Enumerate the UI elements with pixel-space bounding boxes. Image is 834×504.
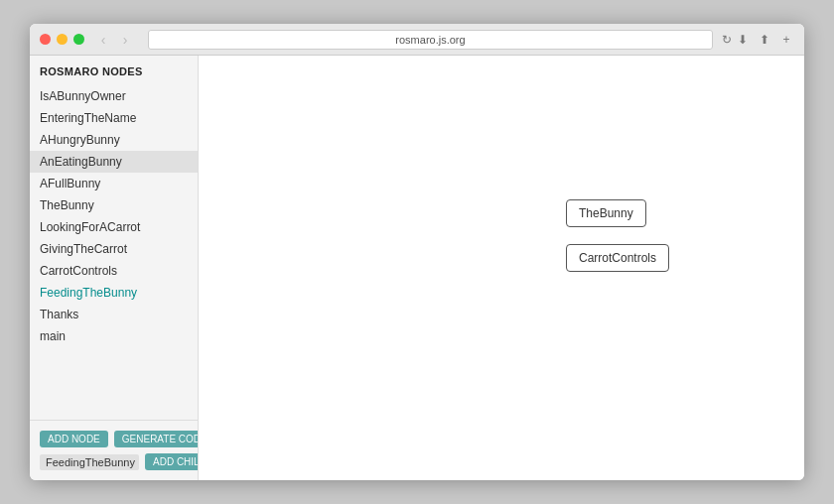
sidebar-footer: ADD NODE GENERATE CODE FeedingTheBunny A… [30, 420, 198, 480]
add-node-button[interactable]: ADD NODE [40, 431, 108, 447]
add-child-button[interactable]: ADD CHILD [145, 453, 199, 470]
traffic-lights [40, 34, 84, 45]
browser-body: ROSMARO NODES IsABunnyOwnerEnteringTheNa… [30, 56, 804, 480]
titlebar: ‹ › rosmaro.js.org ↻ ⬇ ⬆ + [30, 24, 804, 56]
sidebar-item-main[interactable]: main [30, 325, 198, 347]
sidebar-item-enteringthename[interactable]: EnteringTheName [30, 107, 198, 129]
generate-code-button[interactable]: GENERATE CODE [114, 431, 199, 447]
sidebar-item-lookingforacarrot[interactable]: LookingForACarrot [30, 216, 198, 238]
share-icon[interactable]: ⬆ [757, 32, 772, 48]
minimize-button[interactable] [57, 34, 68, 45]
download-icon[interactable]: ⬇ [735, 32, 751, 48]
sidebar-item-isabunnyowner[interactable]: IsABunnyOwner [30, 85, 198, 107]
close-button[interactable] [40, 34, 51, 45]
maximize-button[interactable] [73, 34, 84, 45]
footer-row: FeedingTheBunny ADD CHILD REMOVE [40, 453, 188, 470]
new-tab-icon[interactable]: + [778, 32, 794, 48]
sidebar-item-carrotcontrols[interactable]: CarrotControls [30, 260, 198, 282]
sidebar-footer-buttons: ADD NODE GENERATE CODE [40, 431, 188, 447]
forward-button[interactable]: › [116, 31, 134, 49]
address-bar[interactable]: rosmaro.js.org [148, 30, 713, 50]
browser-window: ‹ › rosmaro.js.org ↻ ⬇ ⬆ + ROSMARO NODES… [30, 24, 804, 480]
sidebar-title: ROSMARO NODES [30, 56, 198, 85]
refresh-icon[interactable]: ↻ [719, 32, 735, 48]
canvas-node-carrotcontrols[interactable]: CarrotControls [566, 244, 669, 272]
back-button[interactable]: ‹ [94, 31, 112, 49]
main-canvas[interactable]: TheBunnyCarrotControls [199, 56, 804, 480]
selected-node-label: FeedingTheBunny [40, 454, 139, 470]
nav-buttons: ‹ › [94, 31, 134, 49]
sidebar-item-givingthecarrot[interactable]: GivingTheCarrot [30, 238, 198, 260]
sidebar-item-feedingthebunny[interactable]: FeedingTheBunny [30, 282, 198, 304]
sidebar: ROSMARO NODES IsABunnyOwnerEnteringTheNa… [30, 56, 199, 480]
address-text: rosmaro.js.org [395, 34, 465, 46]
sidebar-item-thebunny[interactable]: TheBunny [30, 194, 198, 216]
canvas-node-thebunny[interactable]: TheBunny [566, 199, 646, 227]
sidebar-item-thanks[interactable]: Thanks [30, 304, 198, 325]
sidebar-item-ahungrybunny[interactable]: AHungryBunny [30, 129, 198, 151]
toolbar-right: ⬇ ⬆ + [735, 32, 794, 48]
sidebar-item-afullbunny[interactable]: AFullBunny [30, 173, 198, 194]
sidebar-item-aneatingbunny[interactable]: AnEatingBunny [30, 151, 198, 173]
sidebar-items-container: IsABunnyOwnerEnteringTheNameAHungryBunny… [30, 85, 198, 347]
